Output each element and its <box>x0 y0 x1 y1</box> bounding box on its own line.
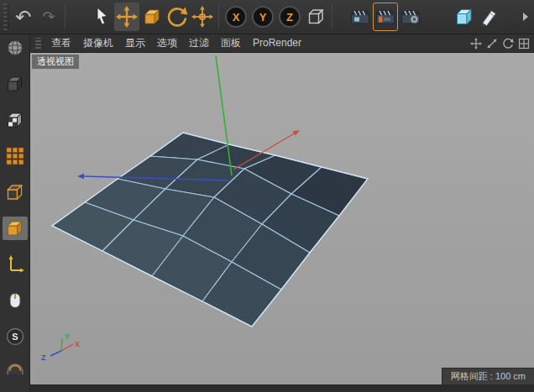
viewport-solo-button[interactable] <box>3 289 28 312</box>
undo-icon: ↶ <box>15 8 31 27</box>
gizmo-axis-x-arrow[interactable] <box>293 130 300 136</box>
make-editable-icon <box>4 37 26 59</box>
render-picture-viewer-button[interactable] <box>373 3 398 31</box>
axis-x-label: X <box>75 340 80 348</box>
render-picture-viewer-icon <box>374 5 397 29</box>
menu-filter[interactable]: 过滤 <box>183 34 215 52</box>
perspective-viewport[interactable]: Y X Z 透视视图 网格间距 : 100 cm <box>30 53 534 384</box>
add-cube-button[interactable] <box>452 3 477 31</box>
sketch-pen-button[interactable] <box>477 3 502 31</box>
viewport-title[interactable]: 透视视图 <box>32 55 79 69</box>
enable-axis-icon <box>4 253 26 275</box>
texture-mode-button[interactable] <box>3 108 28 132</box>
snap-letter: S <box>12 332 18 342</box>
world-axis-indicator: Y X Z <box>41 332 80 362</box>
pen-icon <box>478 5 501 29</box>
render-view-button[interactable] <box>348 3 373 31</box>
viewport-menubar: 查看 摄像机 显示 选项 过滤 面板 ProRender <box>30 34 534 53</box>
model-mode-button[interactable] <box>3 72 28 96</box>
toolbar-separator <box>218 4 219 29</box>
toggle-views-button[interactable] <box>516 36 531 50</box>
menu-view[interactable]: 查看 <box>45 34 77 52</box>
lock-y-button[interactable]: Y <box>252 6 274 28</box>
gizmo-axis-z-arrow[interactable] <box>77 174 84 179</box>
lock-x-label: X <box>233 11 240 24</box>
coordinate-cube-icon <box>304 5 327 29</box>
cube-primitive-icon <box>453 5 476 29</box>
axis-y-label: Y <box>65 332 70 341</box>
rotate-icon <box>165 5 189 29</box>
snap-toggle-button[interactable]: S <box>3 325 28 348</box>
grid-spacing-status: 网格间距 : 100 cm <box>442 368 534 384</box>
app-window: ↶ ↷ <box>0 0 534 392</box>
plane-object[interactable] <box>52 133 368 327</box>
edges-mode-icon <box>4 181 26 203</box>
axis-z-label: Z <box>41 353 46 362</box>
snap-icon: S <box>4 326 26 348</box>
pan-view-icon <box>470 38 482 50</box>
model-mode-icon <box>4 73 26 95</box>
lock-x-button[interactable]: X <box>225 6 247 28</box>
top-toolbar: ↶ ↷ <box>0 0 534 34</box>
redo-icon: ↷ <box>42 9 55 24</box>
mouse-icon <box>4 290 26 311</box>
enable-axis-button[interactable] <box>3 253 28 276</box>
polygons-mode-icon <box>4 217 26 239</box>
points-mode-button[interactable] <box>3 144 28 168</box>
menu-display[interactable]: 显示 <box>119 34 151 52</box>
scene-canvas[interactable]: Y X Z <box>30 53 534 384</box>
window-bottom-edge <box>30 384 534 392</box>
lock-z-label: Z <box>286 11 293 24</box>
live-selection-button[interactable] <box>89 3 114 31</box>
render-settings-button[interactable] <box>398 3 423 31</box>
undo-button[interactable]: ↶ <box>11 3 36 31</box>
polygons-mode-button[interactable] <box>3 217 28 240</box>
selection-arrow-icon <box>90 5 113 29</box>
rotate-view-button[interactable] <box>500 36 515 50</box>
make-editable-button[interactable] <box>3 36 28 60</box>
move-icon <box>115 5 139 29</box>
rotate-tool-button[interactable] <box>165 3 190 31</box>
menubar-handle[interactable] <box>35 38 41 49</box>
coordinate-system-button[interactable] <box>303 3 328 31</box>
mode-sidebar: S <box>0 34 30 392</box>
scale-icon <box>140 5 164 29</box>
toolbar-overflow-icon[interactable] <box>523 13 528 21</box>
toolbar-handle[interactable] <box>3 3 8 30</box>
last-tool-icon <box>191 5 214 29</box>
menu-cameras[interactable]: 摄像机 <box>77 34 119 52</box>
menu-panel[interactable]: 面板 <box>215 34 247 52</box>
lock-y-label: Y <box>259 11 267 24</box>
render-view-icon <box>348 5 372 29</box>
lock-z-button[interactable]: Z <box>279 6 301 28</box>
menu-options[interactable]: 选项 <box>151 34 183 52</box>
zoom-view-button[interactable] <box>484 36 499 50</box>
more-tools-icon <box>4 361 26 374</box>
render-settings-icon <box>399 5 422 29</box>
toolbar-separator <box>332 4 332 29</box>
edges-mode-button[interactable] <box>3 180 28 204</box>
scale-tool-button[interactable] <box>139 3 165 31</box>
more-tools-button[interactable] <box>3 361 28 374</box>
pan-view-button[interactable] <box>469 36 483 50</box>
redo-button[interactable]: ↷ <box>36 3 61 31</box>
toggle-views-icon <box>518 38 530 50</box>
zoom-view-icon <box>486 38 498 50</box>
rotate-view-icon <box>502 38 514 50</box>
move-tool-button[interactable] <box>114 3 139 31</box>
last-used-tool-button[interactable] <box>190 3 215 31</box>
texture-mode-icon <box>4 109 26 131</box>
toolbar-separator <box>65 4 65 29</box>
menu-prorender[interactable]: ProRender <box>247 34 307 52</box>
points-mode-icon <box>4 145 26 167</box>
